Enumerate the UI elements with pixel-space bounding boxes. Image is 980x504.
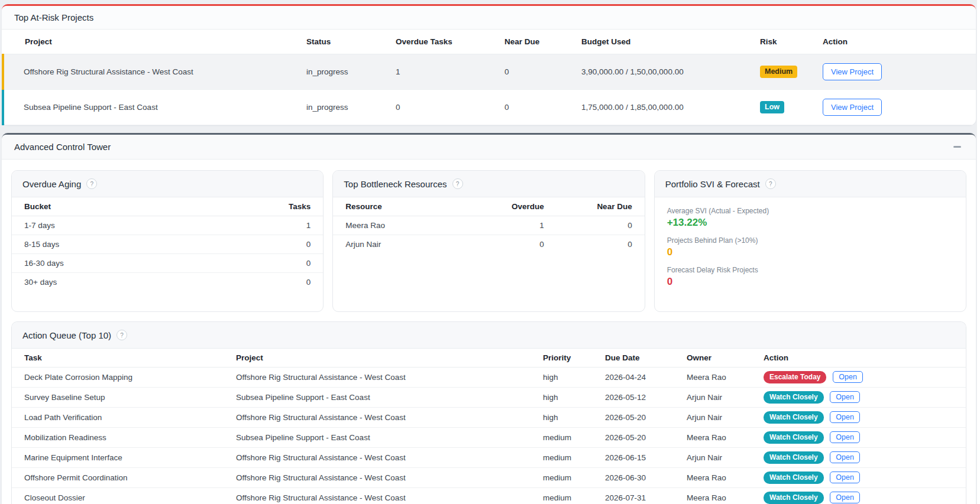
- risk-badge: Medium: [760, 66, 797, 78]
- project-cell: Offshore Rig Structural Assistance - Wes…: [3, 54, 306, 90]
- help-icon[interactable]: ?: [765, 178, 776, 189]
- resource-cell: Arjun Nair: [333, 235, 440, 254]
- table-row: Meera Rao 1 0: [333, 216, 644, 235]
- svi-metric: Projects Behind Plan (>10%) 0: [667, 236, 953, 258]
- advanced-control-tower-panel: Advanced Control Tower Overdue Aging ? B…: [2, 133, 976, 504]
- top-at-risk-header: Top At-Risk Projects: [2, 6, 976, 30]
- col-budget-used: Budget Used: [581, 30, 760, 54]
- help-icon[interactable]: ?: [117, 330, 127, 340]
- overdue-aging-title: Overdue Aging: [22, 179, 81, 189]
- risk-badge: Low: [760, 101, 784, 113]
- task-cell: Closeout Dossier: [12, 488, 236, 504]
- table-row: Offshore Rig Structural Assistance - Wes…: [3, 54, 976, 90]
- bottleneck-resources-card: Top Bottleneck Resources ? Resource Over…: [332, 170, 645, 312]
- top-at-risk-table: Project Status Overdue Tasks Near Due Bu…: [2, 30, 976, 125]
- budget-used-cell: 1,75,000.00 / 1,85,00,000.00: [581, 90, 760, 125]
- portfolio-svi-card: Portfolio SVI & Forecast ? Average SVI (…: [654, 170, 966, 312]
- table-row: 30+ days 0: [12, 273, 323, 292]
- priority-cell: medium: [543, 468, 605, 488]
- col-priority: Priority: [543, 349, 605, 368]
- overdue-aging-card: Overdue Aging ? Bucket Tasks 1-7 days 1 …: [11, 170, 324, 312]
- control-tower-header: Advanced Control Tower: [2, 135, 976, 160]
- table-row: Offshore Permit Coordination Offshore Ri…: [12, 468, 966, 488]
- priority-cell: high: [543, 388, 605, 408]
- task-cell: Deck Plate Corrosion Mapping: [12, 368, 236, 388]
- due-date-cell: 2026-05-12: [605, 388, 687, 408]
- overdue-tasks-cell: 0: [396, 90, 504, 125]
- metric-label: Average SVI (Actual - Expected): [667, 207, 953, 215]
- task-cell: Mobilization Readiness: [12, 428, 236, 448]
- action-queue-title: Action Queue (Top 10): [22, 330, 111, 340]
- project-cell: Offshore Rig Structural Assistance - Wes…: [236, 408, 543, 428]
- priority-cell: high: [543, 408, 605, 428]
- view-project-button[interactable]: View Project: [823, 99, 882, 116]
- open-button[interactable]: Open: [830, 391, 860, 403]
- table-row: Subsea Pipeline Support - East Coast in_…: [3, 90, 976, 125]
- owner-cell: Arjun Nair: [687, 408, 764, 428]
- recommendation-badge: Watch Closely: [764, 431, 824, 444]
- help-icon[interactable]: ?: [86, 178, 97, 189]
- overdue-tasks-cell: 1: [396, 54, 504, 90]
- collapse-icon[interactable]: [950, 142, 963, 152]
- tasks-cell: 0: [252, 254, 323, 273]
- owner-cell: Arjun Nair: [687, 448, 764, 468]
- task-cell: Offshore Permit Coordination: [12, 468, 236, 488]
- due-date-cell: 2026-04-24: [605, 368, 687, 388]
- col-task: Task: [12, 349, 236, 368]
- project-cell: Offshore Rig Structural Assistance - Wes…: [236, 468, 543, 488]
- project-cell: Offshore Rig Structural Assistance - Wes…: [236, 488, 543, 504]
- task-cell: Survey Baseline Setup: [12, 388, 236, 408]
- project-cell: Subsea Pipeline Support - East Coast: [236, 428, 543, 448]
- resource-cell: Meera Rao: [333, 216, 440, 235]
- table-header-row: Bucket Tasks: [12, 197, 323, 216]
- view-project-button[interactable]: View Project: [823, 63, 882, 80]
- recommendation-badge: Watch Closely: [764, 391, 824, 404]
- priority-cell: medium: [543, 428, 605, 448]
- open-button[interactable]: Open: [830, 472, 860, 483]
- overdue-cell: 0: [441, 235, 544, 254]
- status-cell: in_progress: [306, 54, 396, 90]
- open-button[interactable]: Open: [833, 371, 863, 383]
- portfolio-svi-title: Portfolio SVI & Forecast: [665, 179, 760, 189]
- open-button[interactable]: Open: [830, 492, 860, 503]
- table-row: Load Path Verification Offshore Rig Stru…: [12, 408, 966, 428]
- due-date-cell: 2026-05-20: [605, 428, 687, 448]
- table-header-row: Task Project Priority Due Date Owner Act…: [12, 349, 966, 368]
- help-icon[interactable]: ?: [452, 178, 463, 189]
- near-due-cell: 0: [544, 216, 645, 235]
- open-button[interactable]: Open: [830, 451, 860, 463]
- owner-cell: Arjun Nair: [687, 388, 764, 408]
- top-at-risk-title: Top At-Risk Projects: [14, 12, 93, 22]
- col-bucket: Bucket: [12, 197, 252, 216]
- top-at-risk-card: Top At-Risk Projects Project Status Over…: [2, 4, 976, 125]
- table-header-row: Resource Overdue Near Due: [333, 197, 644, 216]
- open-button[interactable]: Open: [830, 411, 860, 423]
- col-action: Action: [823, 30, 976, 54]
- bucket-cell: 1-7 days: [12, 216, 252, 235]
- project-cell: Offshore Rig Structural Assistance - Wes…: [236, 448, 543, 468]
- metric-value: 0: [667, 246, 953, 258]
- col-project: Project: [236, 349, 543, 368]
- col-resource: Resource: [333, 197, 440, 216]
- scrollbar-track[interactable]: [977, 0, 980, 504]
- priority-cell: medium: [543, 448, 605, 468]
- tasks-cell: 0: [252, 235, 323, 254]
- owner-cell: Meera Rao: [687, 468, 764, 488]
- bucket-cell: 30+ days: [12, 273, 252, 292]
- table-row: Deck Plate Corrosion Mapping Offshore Ri…: [12, 368, 966, 388]
- recommendation-badge: Watch Closely: [764, 472, 824, 484]
- metric-value: +13.22%: [667, 217, 953, 229]
- near-due-cell: 0: [504, 90, 581, 125]
- col-overdue: Overdue: [441, 197, 544, 216]
- col-action: Action: [764, 349, 966, 368]
- col-project: Project: [3, 30, 306, 54]
- open-button[interactable]: Open: [830, 431, 860, 443]
- budget-used-cell: 3,90,000.00 / 1,50,00,000.00: [581, 54, 760, 90]
- owner-cell: Meera Rao: [687, 488, 764, 504]
- table-row: Arjun Nair 0 0: [333, 235, 644, 254]
- task-cell: Marine Equipment Interface: [12, 448, 236, 468]
- project-cell: Offshore Rig Structural Assistance - Wes…: [236, 368, 543, 388]
- recommendation-badge: Watch Closely: [764, 411, 824, 424]
- col-near-due: Near Due: [544, 197, 645, 216]
- priority-cell: high: [543, 368, 605, 388]
